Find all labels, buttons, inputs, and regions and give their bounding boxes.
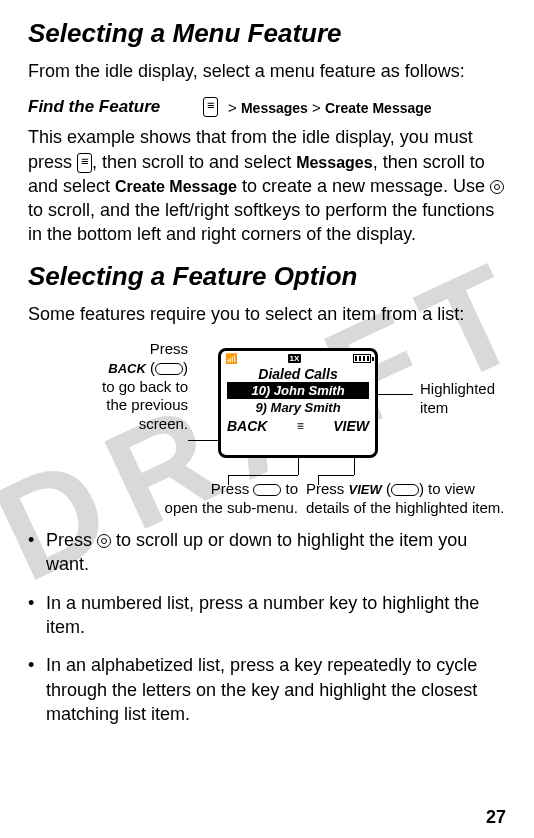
- callout-line: [318, 475, 354, 476]
- callout-text: Press: [306, 480, 349, 497]
- feature-path: > Messages > Create Message: [228, 99, 432, 116]
- softkey-row: BACK ≡ VIEW: [221, 416, 375, 436]
- path-messages: Messages: [241, 100, 308, 116]
- callout-line: [188, 440, 218, 441]
- screen-title: Dialed Calls: [221, 366, 375, 382]
- signal-icon: 📶: [225, 353, 236, 364]
- callout-view-key: Press VIEW () to view details of the hig…: [306, 480, 504, 518]
- left-softkey-icon: [155, 363, 183, 375]
- bullet-item: In an alphabetized list, press a key rep…: [46, 653, 506, 726]
- callout-text: Press: [150, 340, 188, 357]
- callout-submenu: Press to open the sub-menu.: [118, 480, 298, 518]
- menu-key-shape-icon: [253, 484, 281, 496]
- bullet-list: Press to scroll up or down to highlight …: [28, 528, 506, 726]
- callout-text: open the sub-menu.: [165, 499, 298, 516]
- example-text: to create a new message. Use: [237, 176, 490, 196]
- list-item-highlighted: 10) John Smith: [227, 382, 369, 399]
- callout-text: Highlighted: [420, 380, 495, 397]
- bold-messages: Messages: [296, 154, 373, 171]
- right-softkey-icon: [391, 484, 419, 496]
- intro-paragraph-2: Some features require you to select an i…: [28, 302, 506, 326]
- callout-line: [354, 458, 355, 475]
- callout-text: to go back to: [102, 378, 188, 395]
- diagram-container: Press BACK () to go back to the previous…: [28, 340, 506, 520]
- find-feature-row: Find the Feature > Messages > Create Mes…: [28, 97, 506, 117]
- bullet-text: Press: [46, 530, 97, 550]
- heading-selecting-menu-feature: Selecting a Menu Feature: [28, 18, 506, 49]
- example-text: to scroll, and the left/right softkeys t…: [28, 200, 494, 244]
- callout-view-label: VIEW: [349, 482, 382, 497]
- menu-key-icon: [203, 97, 218, 117]
- path-sep: >: [228, 99, 237, 116]
- bullet-item: Press to scroll up or down to highlight …: [46, 528, 506, 577]
- callout-back-label: BACK: [108, 361, 146, 376]
- network-badge: 1X: [288, 354, 302, 363]
- callout-line: [378, 394, 413, 395]
- softkey-back: BACK: [227, 418, 267, 434]
- find-feature-label: Find the Feature: [28, 97, 193, 117]
- battery-icon: [353, 354, 371, 363]
- scroll-key-icon: [490, 180, 504, 194]
- callout-text: screen.: [139, 415, 188, 432]
- callout-text: ) to view: [419, 480, 475, 497]
- callout-text: (: [382, 480, 391, 497]
- heading-selecting-feature-option: Selecting a Feature Option: [28, 261, 506, 292]
- bullet-item: In a numbered list, press a number key t…: [46, 591, 506, 640]
- menu-softkey-icon: ≡: [297, 419, 304, 433]
- list-item: 9) Mary Smith: [221, 399, 375, 416]
- callout-line: [298, 458, 299, 475]
- callout-text: details of the highlighted item.: [306, 499, 504, 516]
- softkey-view: VIEW: [333, 418, 369, 434]
- menu-key-icon: [77, 153, 92, 173]
- callout-text: the previous: [106, 396, 188, 413]
- scroll-key-icon: [97, 534, 111, 548]
- path-create-message: Create Message: [325, 100, 432, 116]
- intro-paragraph-1: From the idle display, select a menu fea…: [28, 59, 506, 83]
- example-paragraph: This example shows that from the idle di…: [28, 125, 506, 246]
- callout-text: Press: [211, 480, 254, 497]
- callout-line: [228, 475, 298, 476]
- example-text: , then scroll to and select: [92, 152, 296, 172]
- callout-highlighted-item: Highlighted item: [420, 380, 495, 418]
- callout-text: item: [420, 399, 448, 416]
- callout-text: to: [281, 480, 298, 497]
- phone-screen: 📶 1X Dialed Calls 10) John Smith 9) Mary…: [218, 348, 378, 458]
- callout-back-key: Press BACK () to go back to the previous…: [68, 340, 188, 434]
- path-sep: >: [312, 99, 321, 116]
- page-number: 27: [486, 807, 506, 828]
- bold-create-message: Create Message: [115, 178, 237, 195]
- status-bar: 📶 1X: [221, 351, 375, 364]
